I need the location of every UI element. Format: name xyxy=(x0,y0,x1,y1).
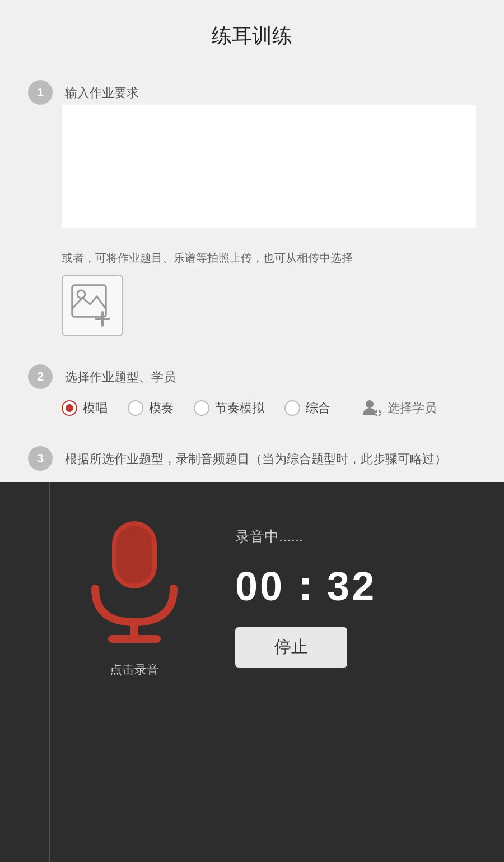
recording-timer: 00：32 xyxy=(235,560,376,614)
radio-circle-modal-play xyxy=(128,400,143,416)
step1-header: 1 输入作业要求 xyxy=(0,67,504,105)
radio-label-rhythm: 节奏模拟 xyxy=(215,400,264,416)
svg-point-4 xyxy=(366,400,374,408)
step2-badge: 2 xyxy=(28,364,53,389)
stop-button[interactable]: 停止 xyxy=(235,627,347,668)
radio-modal-sing[interactable]: 模唱 xyxy=(62,400,108,416)
radio-circle-comprehensive xyxy=(284,400,300,416)
radio-modal-play[interactable]: 模奏 xyxy=(128,400,174,416)
mic-label: 点击录音 xyxy=(110,661,159,678)
select-student-button[interactable]: 选择学员 xyxy=(362,398,437,418)
step2-content: 模唱 模奏 节奏模拟 综合 xyxy=(0,389,504,429)
recording-status: 录音中...... xyxy=(235,527,376,546)
assignment-type-group: 模唱 模奏 节奏模拟 综合 xyxy=(62,398,476,418)
recording-area: 点击录音 录音中...... 00：32 停止 xyxy=(45,516,476,678)
recording-info: 录音中...... 00：32 停止 xyxy=(235,527,376,668)
svg-point-1 xyxy=(77,290,85,298)
radio-circle-rhythm xyxy=(194,400,209,416)
student-icon xyxy=(362,398,382,418)
page-title: 练耳训练 xyxy=(0,0,504,67)
select-student-label: 选择学员 xyxy=(388,400,437,416)
step2-header: 2 选择作业题型、学员 xyxy=(0,347,504,389)
radio-comprehensive[interactable]: 综合 xyxy=(284,400,330,416)
radio-label-modal-sing: 模唱 xyxy=(83,400,108,416)
mic-button[interactable]: 点击录音 xyxy=(78,516,190,678)
upload-hint: 或者，可将作业题目、乐谱等拍照上传，也可从相传中选择 xyxy=(0,251,504,266)
homework-textarea[interactable] xyxy=(62,105,476,228)
radio-label-modal-play: 模奏 xyxy=(149,400,174,416)
step3-header: 3 根据所选作业题型，录制音频题目（当为综合题型时，此步骤可略过） xyxy=(0,429,504,482)
main-content: 1 输入作业要求 或者，可将作业题目、乐谱等拍照上传，也可从相传中选择 2 选择… xyxy=(0,67,504,482)
step1-badge: 1 xyxy=(28,80,53,105)
step3-badge: 3 xyxy=(28,446,53,471)
step1-content xyxy=(0,105,504,239)
step1-label: 输入作业要求 xyxy=(65,85,139,101)
radio-rhythm[interactable]: 节奏模拟 xyxy=(194,400,264,416)
upload-image-button[interactable] xyxy=(62,275,123,336)
radio-circle-modal-sing xyxy=(62,400,77,416)
recording-section: 点击录音 录音中...... 00：32 停止 xyxy=(0,482,504,862)
step3-label: 根据所选作业题型，录制音频题目（当为综合题型时，此步骤可略过） xyxy=(65,451,447,467)
image-add-icon xyxy=(70,283,115,328)
microphone-icon xyxy=(78,516,190,650)
svg-rect-9 xyxy=(116,526,152,584)
dark-timeline xyxy=(49,482,50,862)
step2-label: 选择作业题型、学员 xyxy=(65,369,176,386)
radio-label-comprehensive: 综合 xyxy=(306,400,330,416)
